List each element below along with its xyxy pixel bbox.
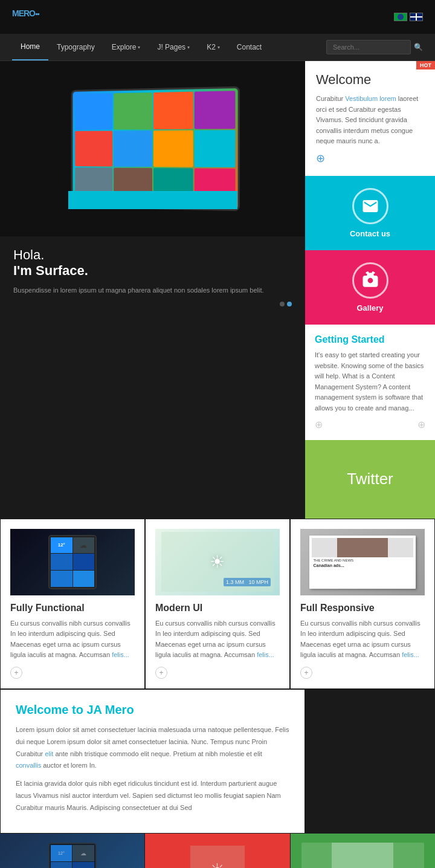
email-icon (361, 197, 379, 215)
search-input[interactable] (326, 40, 411, 54)
logo-text: MERO (12, 8, 35, 18)
navigation: Home Typography Explore ▾ J! Pages ▾ K2 … (0, 34, 435, 61)
search-icon[interactable]: 🔍 (414, 43, 423, 51)
gs-right-arrow[interactable]: ⊕ (417, 419, 425, 430)
feature-more-2[interactable]: + (155, 667, 167, 679)
hero-section: Hola. I'm Surface. Buspendisse in lorem … (0, 61, 305, 519)
tile-4 (194, 91, 235, 129)
getting-started-title: Getting Started (315, 334, 425, 345)
tile-8 (194, 130, 235, 167)
gallery-label: Gallery (356, 303, 383, 313)
feature-title-1: Fully Functional (10, 603, 135, 614)
welcome-link[interactable]: Vestibulum (345, 95, 378, 102)
hero-description: Buspendisse in lorem ipsum ut magna phar… (13, 285, 292, 296)
flag-brazil[interactable] (394, 13, 407, 21)
bottom-feature-3[interactable]: Full Responsive (291, 834, 435, 868)
main-content: Hola. I'm Surface. Buspendisse in lorem … (0, 61, 435, 519)
flag-uk[interactable] (410, 13, 423, 21)
tile-s1 (51, 554, 72, 570)
hero-heading: Hola. I'm Surface. (13, 247, 292, 279)
getting-started-card: Getting Started It's easy to get started… (305, 325, 435, 440)
bottom-feature-1[interactable]: 12° ☁ Fully Functional (0, 834, 144, 868)
language-flags (394, 13, 423, 21)
tile-7 (153, 130, 193, 167)
welcome-more[interactable]: ⊕ (316, 152, 424, 165)
bc-content-2: ☀ (145, 834, 289, 868)
bc-content-1: 12° ☁ (0, 834, 144, 868)
nav-home[interactable]: Home (12, 34, 48, 60)
tile-1 (75, 93, 112, 129)
nav-k2[interactable]: K2 ▾ (198, 34, 228, 60)
twitter-title: Twitter (347, 470, 393, 488)
k2-arrow: ▾ (218, 45, 220, 50)
feature-card-3: THE CRIME AND NEWSCanadian ads... Full R… (291, 519, 434, 688)
welcome-title: Welcome (316, 72, 424, 88)
nav-jpages[interactable]: J! Pages ▾ (149, 34, 198, 60)
tile-2 (114, 92, 152, 129)
tile-5 (75, 131, 112, 167)
twitter-card[interactable]: Twitter (305, 440, 435, 519)
feature-text-1: Eu cursus convallis nibh cursus convalli… (10, 618, 135, 661)
camera-icon (361, 271, 379, 290)
hero-text: Hola. I'm Surface. Buspendisse in lorem … (0, 236, 305, 317)
contact-card[interactable]: Contact us (305, 176, 435, 250)
nav-contact[interactable]: Contact (228, 34, 270, 60)
feature-link-1[interactable]: felis... (112, 651, 129, 658)
gallery-card[interactable]: Gallery (305, 250, 435, 325)
feature-img-2: ☀ 1.3 MM 10 MPH (155, 529, 280, 595)
welcome-ja-text: Lorem ipsum dolor sit amet consectetuer … (16, 724, 289, 814)
logo: MERO▪▪ (12, 7, 39, 27)
logo-super: ▪▪ (35, 10, 39, 18)
welcome-ja-title: Welcome to JA Mero (16, 703, 289, 717)
header: MERO▪▪ (0, 0, 435, 34)
cyan-strip (68, 191, 237, 209)
feature-link-2[interactable]: felis... (257, 651, 274, 658)
sidebar: HOT Welcome Curabitur Vestibulum lorem l… (305, 61, 435, 519)
jpages-arrow: ▾ (187, 45, 190, 50)
getting-started-footer: ⊕ ⊕ (315, 419, 425, 430)
welcome-link-2[interactable]: lorem (379, 95, 396, 102)
gs-left-arrow[interactable]: ⊕ (315, 419, 323, 430)
welcome-text-content: Curabitur Vestibulum lorem laoreet orci … (316, 95, 418, 144)
dot-1[interactable] (280, 302, 285, 306)
contact-label: Contact us (350, 229, 390, 238)
bottom-feature-row: 12° ☁ Fully Functional ☀ Modern UI Full … (0, 834, 435, 868)
welcome-text: Curabitur Vestibulum lorem laoreet orci … (316, 94, 424, 147)
explore-arrow: ▾ (138, 45, 140, 50)
search-bar: 🔍 (326, 40, 423, 54)
hot-badge: HOT (416, 61, 435, 70)
feature-text-3: Eu cursus convallis nibh cursus convalli… (300, 618, 425, 661)
feature-card-2: ☀ 1.3 MM 10 MPH Modern UI Eu cursus conv… (146, 519, 289, 688)
feature-more-3[interactable]: + (300, 667, 312, 679)
feature-link-3[interactable]: felis... (402, 651, 419, 658)
camera-icon-circle (352, 262, 388, 299)
dot-2[interactable] (287, 302, 292, 306)
nav-links: Home Typography Explore ▾ J! Pages ▾ K2 … (12, 34, 270, 60)
feature-text-2: Eu cursus convallis nibh cursus convalli… (155, 618, 280, 661)
feature-card-1: 12° ☁ Fully Functional Eu cursus convall… (1, 519, 144, 688)
tile-s4 (73, 571, 95, 587)
feature-more-1[interactable]: + (10, 667, 22, 679)
email-icon-circle (352, 188, 388, 224)
feature-img-1: 12° ☁ (10, 529, 135, 595)
tile-3 (153, 92, 193, 129)
feature-cards-row: 12° ☁ Fully Functional Eu cursus convall… (0, 519, 435, 689)
welcome-ja-para-1: Lorem ipsum dolor sit amet consectetuer … (16, 724, 289, 772)
welcome-ja-content: Welcome to JA Mero Lorem ipsum dolor sit… (1, 690, 304, 834)
tile-s2 (73, 554, 95, 570)
getting-started-text: It's easy to get started creating your w… (315, 350, 425, 414)
welcome-card: HOT Welcome Curabitur Vestibulum lorem l… (305, 61, 435, 176)
feature-img-3: THE CRIME AND NEWSCanadian ads... (300, 529, 425, 595)
nav-explore[interactable]: Explore ▾ (103, 34, 149, 60)
bottom-feature-2[interactable]: ☀ Modern UI (145, 834, 289, 868)
tile-6 (114, 131, 152, 167)
hero-image (0, 61, 305, 236)
nav-typography[interactable]: Typography (48, 34, 103, 60)
convallis-link[interactable]: convallis (16, 762, 41, 769)
welcome-ja-section: Welcome to JA Mero Lorem ipsum dolor sit… (0, 689, 435, 834)
curabitur-link[interactable]: elit (45, 750, 53, 757)
feature-title-3: Full Responsive (300, 603, 425, 614)
feature-title-2: Modern UI (155, 603, 280, 614)
tile-s3 (51, 571, 72, 587)
welcome-ja-para-2: Et lacinia gravida dolor quis nibh eget … (16, 778, 289, 814)
